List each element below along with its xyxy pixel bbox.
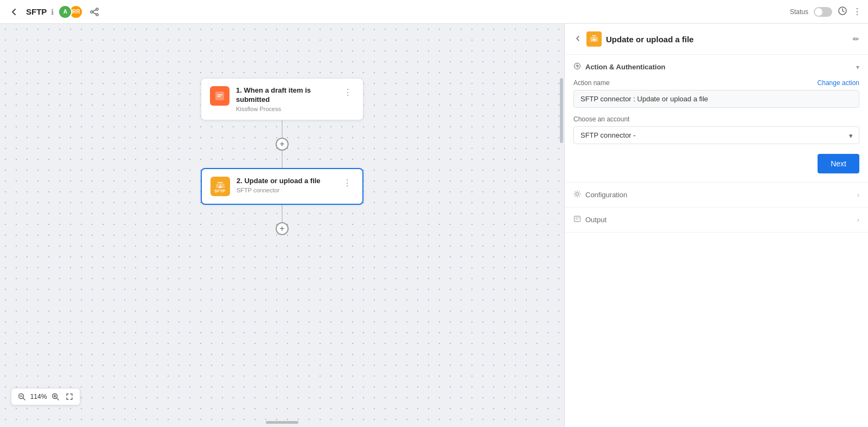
action-name-label-row: Action name Change action: [573, 79, 859, 87]
choose-account-label: Choose an account: [573, 115, 859, 123]
zoom-in-button[interactable]: [49, 391, 61, 403]
next-button[interactable]: Next: [818, 154, 859, 173]
choose-account-field-row: Choose an account SFTP connector -: [573, 115, 859, 144]
account-select[interactable]: SFTP connector -: [573, 126, 859, 144]
action-name-input[interactable]: [573, 90, 859, 108]
node2-icon-wrapper: SFTP: [210, 177, 230, 196]
avatar-group: A RR: [58, 5, 83, 19]
node1-content: 1. When a draft item is submitted Kissfl…: [236, 86, 335, 112]
app-title: SFTP: [26, 7, 47, 16]
account-select-wrapper: SFTP connector -: [573, 126, 859, 144]
action-auth-chevron: ▾: [856, 63, 859, 71]
zoom-controls: 114%: [11, 388, 80, 405]
panel-icon: [586, 31, 602, 47]
zoom-out-button[interactable]: [16, 391, 28, 403]
status-toggle[interactable]: [814, 7, 832, 17]
topbar-left: SFTP ℹ A RR: [7, 4, 786, 20]
change-action-link[interactable]: Change action: [818, 79, 859, 87]
node2-content: 2. Update or upload a file SFTP connecto…: [237, 177, 334, 193]
node1-icon-box: [210, 86, 229, 106]
svg-rect-6: [215, 92, 224, 100]
node1-subtitle: Kissflow Process: [236, 106, 335, 112]
svg-point-0: [96, 8, 98, 10]
action-auth-section-content: Action name Change action Choose an acco…: [565, 79, 868, 182]
action-auth-section: Action & Authentication ▾ Action name Ch…: [565, 55, 868, 183]
clock-icon[interactable]: [838, 6, 847, 18]
avatar-a: A: [58, 5, 72, 19]
output-icon: [573, 215, 581, 224]
svg-line-9: [23, 398, 25, 400]
configuration-icon: [573, 190, 581, 199]
zoom-percentage: 114%: [30, 393, 47, 400]
canvas-content: 1. When a draft item is submitted Kissfl…: [0, 24, 564, 427]
more-menu-button[interactable]: ⋮: [853, 7, 861, 17]
panel-header: Update or upload a file ✏: [565, 24, 868, 55]
node1-title: 1. When a draft item is submitted: [236, 86, 335, 105]
svg-point-17: [577, 66, 578, 67]
node2-subtitle: SFTP connector: [237, 187, 334, 193]
connector-2: +: [276, 205, 289, 235]
action-auth-section-header[interactable]: Action & Authentication ▾: [565, 55, 868, 79]
status-label: Status: [790, 8, 808, 16]
output-section-title: Output: [585, 216, 853, 224]
right-panel: Update or upload a file ✏ Action & Authe…: [564, 24, 868, 427]
configuration-section-title: Configuration: [585, 191, 853, 199]
back-button[interactable]: [7, 4, 22, 20]
connector-line-2: [282, 151, 283, 168]
flow-node-2[interactable]: SFTP 2. Update or upload a file SFTP con…: [201, 168, 363, 205]
expand-canvas-button[interactable]: [63, 391, 75, 403]
panel-title: Update or upload a file: [606, 35, 848, 44]
flow-node-1[interactable]: 1. When a draft item is submitted Kissfl…: [201, 78, 363, 120]
share-button[interactable]: [87, 5, 101, 19]
node1-menu-button[interactable]: ⋮: [341, 86, 354, 99]
svg-point-18: [576, 193, 579, 196]
svg-line-12: [57, 398, 59, 400]
canvas-drag-handle[interactable]: [560, 78, 563, 143]
action-auth-section-title: Action & Authentication: [585, 63, 852, 71]
node2-menu-button[interactable]: ⋮: [341, 177, 354, 189]
node2-title: 2. Update or upload a file: [237, 177, 334, 186]
configuration-section[interactable]: Configuration ›: [565, 183, 868, 208]
action-name-field-row: Action name Change action: [573, 79, 859, 108]
add-node-button-1[interactable]: +: [276, 138, 289, 151]
info-icon[interactable]: ℹ: [51, 8, 54, 16]
sftp-badge: SFTP: [213, 188, 227, 194]
canvas[interactable]: 1. When a draft item is submitted Kissfl…: [0, 24, 564, 427]
output-chevron: ›: [857, 216, 859, 224]
panel-edit-button[interactable]: ✏: [853, 35, 859, 43]
panel-collapse-button[interactable]: [573, 34, 582, 44]
next-btn-row: Next: [573, 152, 859, 173]
svg-line-3: [93, 10, 96, 11]
connector-line-3: [282, 205, 283, 222]
action-name-label: Action name: [573, 79, 610, 87]
topbar-right: Status ⋮: [790, 6, 861, 18]
output-section[interactable]: Output ›: [565, 208, 868, 232]
topbar: SFTP ℹ A RR Status ⋮: [0, 0, 868, 24]
svg-line-4: [93, 12, 96, 14]
connector-1: +: [276, 120, 289, 168]
svg-point-1: [91, 11, 93, 13]
action-auth-icon: [573, 62, 581, 72]
main-layout: 1. When a draft item is submitted Kissfl…: [0, 24, 868, 427]
svg-point-2: [96, 14, 98, 16]
connector-line-1: [282, 120, 283, 138]
add-node-button-2[interactable]: +: [276, 222, 289, 235]
canvas-scrollbar: [266, 421, 298, 424]
configuration-chevron: ›: [857, 191, 859, 199]
